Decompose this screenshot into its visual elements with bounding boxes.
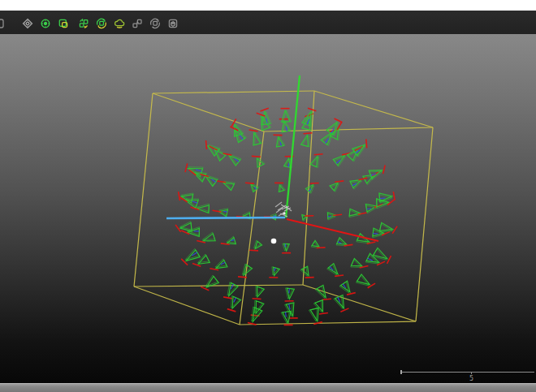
toolbar — [0, 11, 536, 34]
app-window: 5 — [0, 0, 536, 392]
slider-value-label: 5 — [469, 376, 473, 382]
rotate-box-gray-icon[interactable] — [149, 18, 161, 30]
status-bar — [0, 383, 536, 392]
transfer-boxes-icon[interactable] — [131, 18, 143, 30]
manipulator-z-axis[interactable] — [287, 219, 378, 241]
locator-dot[interactable] — [271, 239, 277, 244]
slider-handle[interactable] — [400, 370, 402, 374]
manipulator-x-axis[interactable] — [166, 218, 285, 218]
selected-object[interactable] — [275, 202, 292, 217]
slider-mid-tick — [471, 372, 472, 374]
rotate-box-icon[interactable] — [95, 18, 107, 30]
package-box-icon[interactable] — [166, 18, 179, 30]
sync-boxes-icon[interactable] — [77, 18, 89, 30]
viewport[interactable]: 5 — [0, 34, 536, 383]
viewport-canvas[interactable] — [0, 34, 536, 383]
window-top-strip — [0, 0, 536, 11]
slider-track[interactable] — [401, 372, 534, 373]
move-tool-icon[interactable] — [21, 18, 33, 30]
clipped-icon[interactable] — [0, 18, 5, 30]
orb-target-icon[interactable] — [39, 18, 51, 30]
stacked-boxes-icon[interactable] — [57, 18, 69, 30]
cloud-icon[interactable] — [113, 18, 125, 30]
manipulator-y-axis[interactable] — [286, 75, 300, 218]
